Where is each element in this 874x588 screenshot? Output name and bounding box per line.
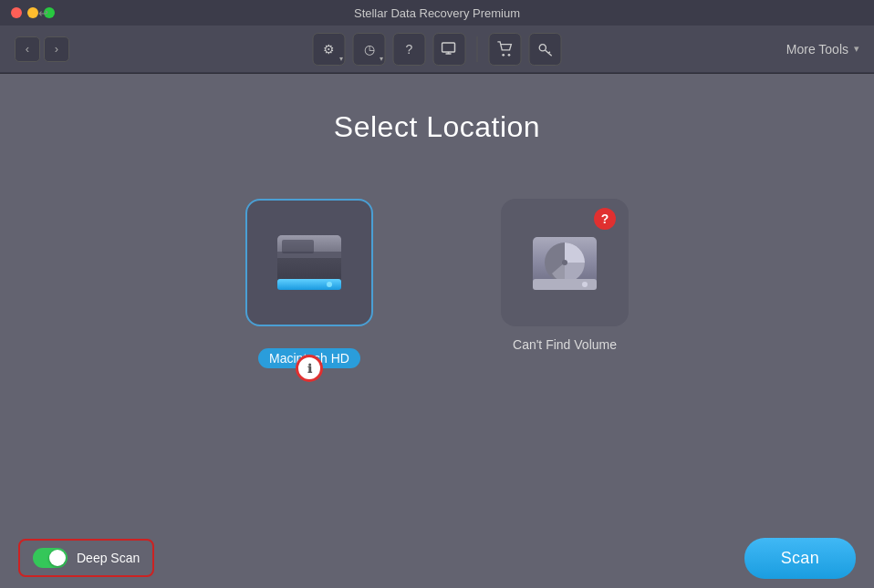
nav-back-button[interactable]: ‹ bbox=[15, 36, 40, 62]
drive-item-cant-find-volume[interactable]: ? bbox=[501, 199, 629, 352]
cart-button[interactable] bbox=[489, 33, 522, 66]
more-tools-label: More Tools bbox=[786, 42, 848, 57]
settings-icon: ⚙ bbox=[323, 42, 335, 57]
deep-scan-label: Deep Scan bbox=[77, 551, 140, 565]
chevron-right-icon: › bbox=[55, 42, 58, 56]
svg-rect-13 bbox=[282, 240, 314, 253]
drive-icon-wrapper-cant-find: ? bbox=[501, 199, 629, 326]
svg-point-16 bbox=[562, 260, 567, 265]
dropdown-arrow: ▾ bbox=[380, 55, 383, 63]
info-icon: ℹ bbox=[307, 362, 312, 376]
svg-point-18 bbox=[582, 282, 588, 287]
toolbar-center-icons: ⚙ ▾ ◷ ▾ ? bbox=[313, 33, 562, 66]
more-tools-arrow-icon: ▾ bbox=[854, 43, 859, 55]
svg-point-3 bbox=[502, 53, 505, 56]
monitor-icon bbox=[442, 41, 458, 57]
history-icon: ◷ bbox=[364, 42, 375, 57]
dropdown-arrow: ▾ bbox=[339, 55, 343, 63]
help-icon: ? bbox=[406, 42, 413, 57]
info-badge[interactable]: ℹ bbox=[296, 355, 323, 382]
settings-button[interactable]: ⚙ ▾ bbox=[313, 33, 346, 66]
hdd-unknown-icon bbox=[519, 217, 610, 308]
more-tools-button[interactable]: More Tools ▾ bbox=[786, 42, 859, 57]
cart-icon bbox=[497, 41, 514, 57]
hdd-icon-macintosh bbox=[264, 217, 355, 308]
svg-rect-0 bbox=[442, 43, 455, 52]
drive-item-macintosh-hd[interactable]: ℹ Macintosh HD bbox=[245, 199, 373, 368]
toggle-knob bbox=[49, 550, 66, 566]
drive-icon-wrapper-macintosh-hd bbox=[245, 199, 373, 326]
close-button[interactable] bbox=[11, 7, 22, 18]
help-button[interactable]: ? bbox=[393, 33, 426, 66]
chevron-left-icon: ‹ bbox=[26, 42, 29, 56]
app-title: Stellar Data Recovery Premium bbox=[354, 6, 520, 20]
question-badge: ? bbox=[594, 208, 616, 230]
svg-point-4 bbox=[508, 53, 511, 56]
deep-scan-toggle[interactable] bbox=[33, 548, 68, 568]
page-title: Select Location bbox=[334, 110, 540, 144]
nav-buttons: ‹ › bbox=[15, 36, 69, 62]
nav-forward-button[interactable]: › bbox=[44, 36, 69, 62]
scan-button[interactable]: Scan bbox=[744, 538, 856, 579]
back-icon: ↩ bbox=[38, 6, 48, 20]
history-button[interactable]: ◷ ▾ bbox=[353, 33, 386, 66]
drive-label: Can't Find Volume bbox=[513, 337, 617, 352]
minimize-button[interactable] bbox=[27, 7, 38, 18]
titlebar: ↩ Stellar Data Recovery Premium bbox=[0, 0, 874, 26]
main-content: Select Location bbox=[0, 74, 874, 588]
wrench-button[interactable] bbox=[529, 33, 562, 66]
monitor-button[interactable] bbox=[433, 33, 466, 66]
key-icon bbox=[537, 41, 554, 57]
bottom-bar: Deep Scan Scan bbox=[0, 527, 874, 588]
svg-line-7 bbox=[548, 51, 550, 53]
svg-point-12 bbox=[327, 282, 332, 287]
toolbar: ‹ › ⚙ ▾ ◷ ▾ ? bbox=[0, 26, 874, 73]
deep-scan-container: Deep Scan bbox=[18, 539, 154, 577]
divider bbox=[477, 36, 478, 62]
drives-container: ℹ Macintosh HD ? bbox=[245, 199, 629, 368]
svg-point-5 bbox=[539, 44, 546, 50]
